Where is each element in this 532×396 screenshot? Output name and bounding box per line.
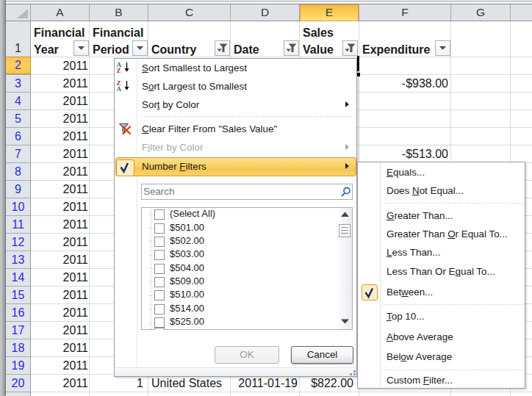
svg-text:Z: Z [117,67,121,73]
svg-text:A: A [117,85,122,91]
